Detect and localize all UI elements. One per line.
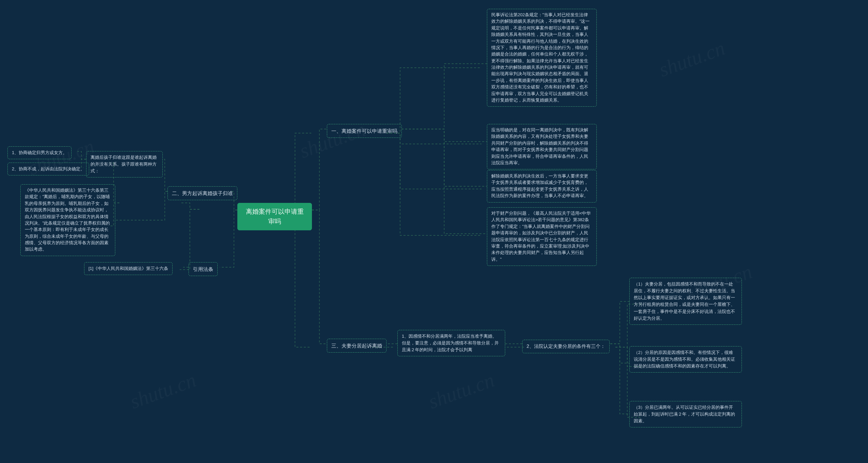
branch-2-p2: 《中华人民共和国婚姻法》第三十六条第三款规定："离婚后，哺乳期内的子女，以随哺乳… bbox=[20, 184, 115, 256]
branch-1-p3: 解除婚姻关系的判决生效后，一方当事人要求变更子女抚养关系或者要求增加或减少子女抚… bbox=[487, 170, 597, 203]
branch-3-title: 三、夫妻分居起诉离婚 bbox=[327, 339, 387, 353]
branch-2-p1: 离婚后孩子归谁这跟是谁起诉离婚的并没有关系。孩子跟谁有两种方式： bbox=[86, 151, 163, 177]
branch-1-p1: 民事诉讼法第202条规定："当事人对已经发生法律效力的解除婚姻关系的判决，不得申… bbox=[487, 9, 597, 107]
mindmap-center: 离婚案件可以申请重审吗 bbox=[237, 203, 312, 230]
watermark: shutu.cn bbox=[127, 369, 199, 414]
branch-3-p2b: （2）分居的原因是因感情不和。有些情况下，很难说清分居是不是因为感情不和。必须收… bbox=[629, 346, 742, 373]
branch-3-p1: 1、因感情不和分居满两年，法院应当准予离婚。但是，要注意，必须是因为感情不和导致… bbox=[397, 330, 505, 356]
branch-1-p4: 对于财产分割问题，《最高人民法院关于适用<中华人民共和国民事诉讼法>若干问题的意… bbox=[487, 207, 597, 266]
watermark: shutu.cn bbox=[656, 37, 728, 82]
branch-3-p2-title: 2、法院认定夫妻分居的条件有三个： bbox=[522, 340, 610, 353]
branch-2-p1a: 1、协商确定归男方或女方。 bbox=[7, 146, 72, 159]
branch-1-title: 一、离婚案件可以申请重审吗 bbox=[327, 124, 402, 138]
branch-2-p1b: 2、协商不成，起诉由法院判决确定。 bbox=[7, 163, 89, 175]
branch-1-p2: 应当明确的是，对在同一离婚判决中，既有判决解除婚姻关系的内容，又有判决处理子女抚… bbox=[487, 124, 597, 169]
branch-refs-p1: [1]《中华人民共和国婚姻法》第三十六条 bbox=[84, 262, 173, 275]
branch-3-p2a: （1）夫妻分居，包括因感情不和而导致的不在一处居住，不履行夫妻之间的权利、不过夫… bbox=[629, 278, 742, 325]
branch-2-title: 二、男方起诉离婚孩子归谁 bbox=[167, 186, 237, 200]
branch-3-p2c: （3）分居已满两年。从可以证实已经分居的事件开始算起，到起诉时已满２年，才可以构… bbox=[629, 401, 742, 427]
branch-refs-title: 引用法条 bbox=[189, 262, 218, 276]
watermark: shutu.cn bbox=[425, 369, 497, 414]
